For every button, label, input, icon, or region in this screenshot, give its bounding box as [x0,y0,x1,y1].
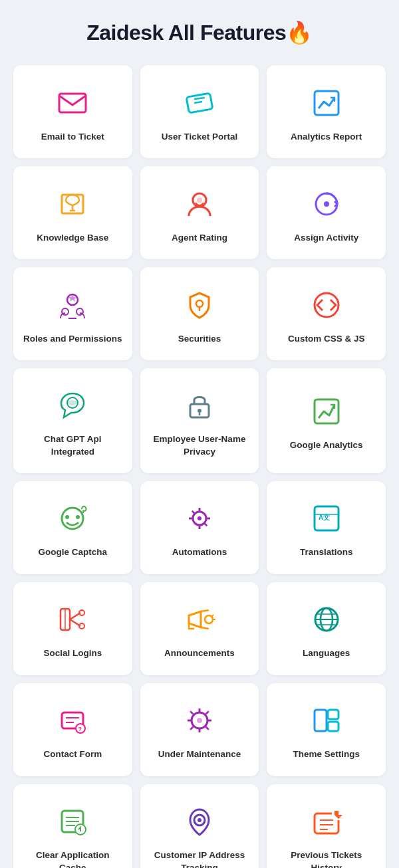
features-grid: Email to Ticket User Ticket Portal Analy… [13,65,386,868]
svg-point-26 [76,515,80,519]
translations-label: Translations [300,546,353,559]
svg-line-43 [201,610,209,611]
under-maintenance-icon [181,702,218,739]
feature-card-google-analytics[interactable]: Google Analytics [267,368,386,473]
languages-icon [308,601,345,638]
feature-card-chat-gpt[interactable]: Chat GPT Api Integrated [13,368,132,473]
user-ticket-portal-icon [181,84,218,122]
user-ticket-portal-label: User Ticket Portal [162,131,238,144]
feature-card-analytics-report[interactable]: Analytics Report [267,65,386,158]
svg-point-59 [197,718,202,723]
announcements-icon [181,601,218,638]
svg-rect-0 [59,94,86,112]
svg-rect-1 [186,93,213,113]
feature-card-email-to-ticket[interactable]: Email to Ticket [13,65,132,158]
ip-tracking-icon [181,803,218,840]
svg-point-29 [198,516,201,520]
custom-css-js-icon [308,286,345,324]
automations-icon [181,500,218,537]
feature-card-previous-tickets[interactable]: Previous Tickets History [267,784,386,868]
ip-tracking-label: Customer IP Address Tracking [150,849,250,868]
feature-card-clear-cache[interactable]: Clear Application Cache [13,784,132,868]
under-maintenance-label: Under Maintenance [158,748,241,761]
feature-card-automations[interactable]: Automations [140,481,259,574]
svg-line-3 [194,102,202,103]
feature-card-languages[interactable]: Languages [267,582,386,675]
social-logins-label: Social Logins [43,647,102,660]
translations-icon: A文 [308,500,345,537]
feature-card-securities[interactable]: Securities [140,267,259,360]
feature-card-knowledge-base[interactable]: Knowledge Base [13,166,132,259]
page-title: Zaidesk All Features🔥 [13,20,386,45]
feature-card-employee-privacy[interactable]: Employee User-Name Privacy [140,368,259,473]
svg-line-65 [205,727,208,730]
page-wrapper: Zaidesk All Features🔥 Email to Ticket Us… [0,0,399,868]
google-analytics-icon [308,393,345,430]
feature-card-translations[interactable]: A文 Translations [267,481,386,574]
assign-activity-icon [308,185,345,223]
knowledge-base-icon [54,185,91,223]
email-to-ticket-label: Email to Ticket [41,131,104,144]
contact-form-icon: ? [54,702,91,739]
social-logins-icon [54,601,91,638]
feature-card-assign-activity[interactable]: Assign Activity [267,166,386,259]
feature-card-custom-css-js[interactable]: Custom CSS & JS [267,267,386,360]
theme-settings-icon [308,702,345,739]
svg-point-25 [65,515,69,519]
feature-card-google-captcha[interactable]: Google Captcha [13,481,132,574]
svg-point-16 [196,300,203,307]
chat-gpt-label: Chat GPT Api Integrated [23,433,123,459]
svg-line-35 [204,523,207,526]
custom-css-js-label: Custom CSS & JS [288,333,365,346]
theme-settings-label: Theme Settings [293,748,360,761]
clear-cache-label: Clear Application Cache [23,849,123,868]
svg-line-46 [211,615,213,617]
clear-cache-icon [54,803,91,840]
automations-label: Automations [172,546,227,559]
svg-line-34 [192,511,195,514]
assign-activity-label: Assign Activity [294,232,358,245]
feature-card-contact-form[interactable]: ? Contact Form [13,683,132,776]
svg-rect-69 [328,710,338,719]
feature-card-announcements[interactable]: Announcements [140,582,259,675]
previous-tickets-label: Previous Tickets History [276,849,376,868]
chat-gpt-icon [54,387,91,424]
google-captcha-label: Google Captcha [39,546,108,559]
svg-rect-23 [315,399,338,423]
roles-permissions-label: Roles and Permissions [23,333,122,346]
securities-icon [181,286,218,324]
svg-line-2 [194,98,205,99]
feature-card-ip-tracking[interactable]: Customer IP Address Tracking [140,784,259,868]
svg-point-9 [197,197,202,203]
google-analytics-label: Google Analytics [290,439,363,452]
svg-rect-70 [328,722,338,731]
analytics-report-icon [308,84,345,122]
feature-card-theme-settings[interactable]: Theme Settings [267,683,386,776]
feature-card-roles-permissions[interactable]: Roles and Permissions [13,267,132,360]
svg-line-67 [190,727,193,730]
securities-label: Securities [178,333,221,346]
contact-form-label: Contact Form [43,748,102,761]
employee-privacy-label: Employee User-Name Privacy [150,433,250,459]
previous-tickets-icon [308,803,345,840]
feature-card-under-maintenance[interactable]: Under Maintenance [140,683,259,776]
svg-line-66 [205,711,208,714]
svg-line-64 [190,711,193,714]
svg-rect-68 [315,710,327,731]
languages-label: Languages [303,647,350,660]
feature-card-user-ticket-portal[interactable]: User Ticket Portal [140,65,259,158]
agent-rating-label: Agent Rating [172,232,227,245]
analytics-report-label: Analytics Report [291,131,362,144]
announcements-label: Announcements [164,647,235,660]
roles-permissions-icon [54,286,91,324]
knowledge-base-label: Knowledge Base [37,232,108,245]
svg-line-44 [201,627,209,629]
google-captcha-icon [54,500,91,537]
email-to-ticket-icon [54,84,91,122]
agent-rating-icon [181,185,218,223]
svg-point-21 [198,409,201,413]
employee-privacy-icon [181,387,218,424]
svg-point-11 [324,201,329,207]
feature-card-social-logins[interactable]: Social Logins [13,582,132,675]
feature-card-agent-rating[interactable]: Agent Rating [140,166,259,259]
